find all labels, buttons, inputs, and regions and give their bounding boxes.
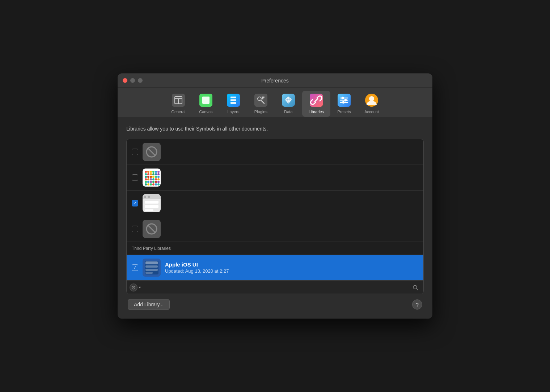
svg-point-58	[157, 178, 160, 180]
svg-rect-78	[145, 209, 153, 211]
library-row[interactable]: ✓	[127, 191, 423, 216]
svg-point-70	[157, 183, 160, 186]
library-checkbox-3[interactable]: ✓	[132, 200, 138, 206]
add-library-button[interactable]: Add Library...	[128, 299, 170, 310]
account-icon	[364, 93, 379, 107]
library-detail-ios: Updated: Aug 13, 2020 at 2:27	[165, 268, 229, 274]
svg-point-26	[342, 97, 344, 99]
minimize-button[interactable]	[130, 78, 135, 83]
svg-point-30	[369, 96, 374, 101]
library-row[interactable]	[127, 139, 423, 165]
plugins-label: Plugins	[254, 110, 267, 114]
svg-rect-85	[145, 265, 158, 268]
layers-label: Layers	[227, 110, 239, 114]
svg-rect-9	[230, 102, 236, 104]
svg-point-69	[155, 183, 157, 186]
data-icon	[281, 93, 296, 107]
svg-point-44	[152, 173, 155, 175]
canvas-label: Canvas	[199, 110, 212, 114]
section-header: Third Party Libraries	[127, 242, 423, 255]
footer: Add Library... ?	[126, 294, 424, 311]
toolbar-item-libraries[interactable]: Libraries	[302, 91, 330, 117]
maximize-button[interactable]	[138, 78, 143, 83]
libraries-label: Libraries	[309, 110, 324, 114]
toolbar-item-data[interactable]: Data	[275, 91, 302, 117]
svg-point-60	[147, 181, 149, 183]
content-area: Libraries allow you to use their Symbols…	[118, 117, 432, 319]
svg-rect-8	[230, 99, 236, 101]
plugins-icon	[254, 93, 268, 107]
svg-point-64	[157, 181, 160, 183]
canvas-icon	[199, 93, 213, 107]
toolbar-item-general[interactable]: General	[165, 91, 192, 117]
svg-point-59	[145, 181, 147, 183]
svg-point-68	[152, 183, 155, 186]
layers-icon	[226, 93, 241, 107]
svg-point-48	[147, 176, 149, 178]
svg-point-57	[155, 178, 157, 180]
checkmark-ios-icon: ✓	[133, 265, 137, 270]
traffic-lights	[123, 78, 143, 83]
svg-rect-5	[202, 97, 210, 104]
toolbar-item-canvas[interactable]: Canvas	[192, 91, 220, 117]
svg-rect-76	[145, 201, 158, 204]
svg-point-52	[157, 176, 160, 178]
svg-point-46	[157, 173, 160, 175]
svg-point-54	[147, 178, 149, 180]
svg-point-39	[155, 171, 157, 173]
library-checkbox-4[interactable]	[132, 226, 138, 232]
library-thumbnail-1	[143, 143, 161, 161]
svg-point-41	[145, 173, 147, 175]
svg-point-28	[342, 101, 345, 104]
library-row-ios[interactable]: ✓ Apple iOS UI Updated: Aug 13,	[127, 255, 423, 281]
library-thumbnail-4	[143, 220, 161, 238]
svg-point-50	[152, 176, 155, 178]
svg-point-56	[152, 178, 155, 180]
toolbar: General Canvas	[118, 88, 432, 117]
library-row[interactable]	[127, 216, 423, 242]
library-name-ios: Apple iOS UI	[165, 261, 229, 268]
toolbar-item-account[interactable]: Account	[358, 91, 385, 117]
description-text: Libraries allow you to use their Symbols…	[126, 126, 424, 132]
toolbar-item-layers[interactable]: Layers	[220, 91, 247, 117]
search-area	[143, 283, 411, 292]
library-checkbox-2[interactable]	[132, 174, 138, 181]
bottom-toolbar: ⊙ ▾	[127, 281, 423, 294]
library-checkbox-1[interactable]	[132, 149, 138, 155]
svg-rect-86	[145, 269, 158, 271]
presets-icon	[337, 93, 351, 107]
general-icon	[171, 93, 186, 107]
svg-point-47	[145, 176, 147, 178]
svg-rect-14	[262, 97, 263, 99]
close-button[interactable]	[123, 78, 127, 83]
action-chevron-button[interactable]: ▾	[138, 285, 141, 289]
svg-point-49	[150, 176, 152, 178]
svg-point-38	[152, 171, 155, 173]
svg-point-62	[152, 181, 155, 183]
help-button[interactable]: ?	[412, 299, 422, 310]
library-thumbnail-2	[143, 169, 161, 187]
general-label: General	[171, 110, 185, 114]
search-icon[interactable]	[412, 285, 420, 290]
svg-rect-87	[145, 272, 153, 274]
svg-rect-77	[145, 205, 158, 208]
svg-point-27	[344, 99, 347, 102]
svg-point-61	[150, 181, 152, 183]
preferences-window: Preferences General Can	[118, 73, 432, 319]
action-menu-button[interactable]: ⊙	[130, 284, 138, 291]
svg-point-36	[147, 171, 149, 173]
svg-point-66	[147, 183, 149, 186]
checkmark-icon: ✓	[133, 201, 137, 205]
library-checkbox-ios[interactable]: ✓	[132, 264, 138, 271]
account-label: Account	[364, 110, 379, 114]
svg-point-40	[157, 171, 160, 173]
data-label: Data	[284, 110, 292, 114]
svg-point-37	[150, 171, 152, 173]
svg-rect-74	[144, 196, 146, 198]
library-info-ios: Apple iOS UI Updated: Aug 13, 2020 at 2:…	[165, 261, 229, 274]
library-row[interactable]	[127, 165, 423, 191]
svg-point-55	[150, 178, 152, 180]
svg-point-42	[147, 173, 149, 175]
toolbar-item-plugins[interactable]: Plugins	[247, 91, 275, 117]
toolbar-item-presets[interactable]: Presets	[330, 91, 358, 117]
